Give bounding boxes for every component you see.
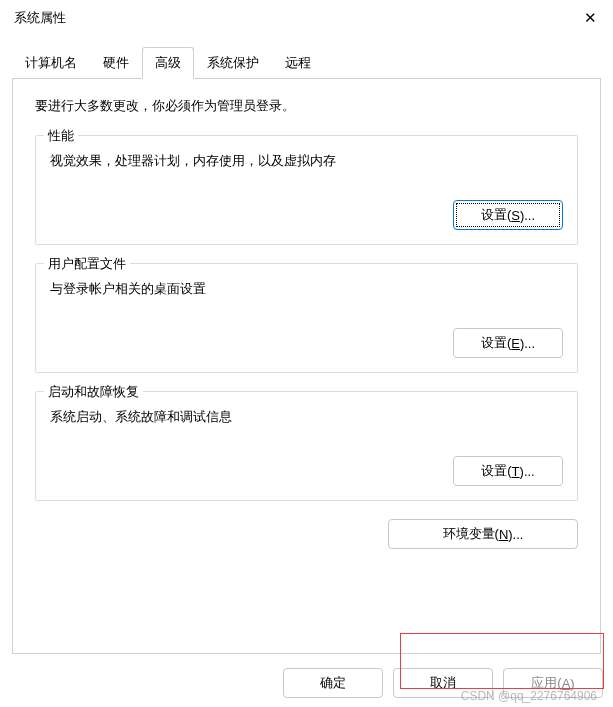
apply-button[interactable]: 应用(A) <box>503 668 603 698</box>
cancel-button[interactable]: 取消 <box>393 668 493 698</box>
tab-computer-name[interactable]: 计算机名 <box>12 47 90 79</box>
user-profiles-group: 用户配置文件 与登录帐户相关的桌面设置 设置(E)... <box>35 263 578 373</box>
startup-recovery-desc: 系统启动、系统故障和调试信息 <box>50 408 563 426</box>
performance-desc: 视觉效果，处理器计划，内存使用，以及虚拟内存 <box>50 152 563 170</box>
environment-variables-button[interactable]: 环境变量(N)... <box>388 519 578 549</box>
tab-advanced[interactable]: 高级 <box>142 47 194 79</box>
admin-notice-text: 要进行大多数更改，你必须作为管理员登录。 <box>35 97 578 115</box>
dialog-footer: 确定 取消 应用(A) <box>0 654 613 707</box>
startup-recovery-group: 启动和故障恢复 系统启动、系统故障和调试信息 设置(T)... <box>35 391 578 501</box>
window-title: 系统属性 <box>14 9 66 27</box>
tab-remote[interactable]: 远程 <box>272 47 324 79</box>
performance-settings-button[interactable]: 设置(S)... <box>453 200 563 230</box>
user-profiles-legend: 用户配置文件 <box>44 255 130 273</box>
user-profiles-settings-button[interactable]: 设置(E)... <box>453 328 563 358</box>
tab-strip: 计算机名 硬件 高级 系统保护 远程 <box>12 46 601 78</box>
tab-area: 计算机名 硬件 高级 系统保护 远程 要进行大多数更改，你必须作为管理员登录。 … <box>0 36 613 654</box>
tab-hardware[interactable]: 硬件 <box>90 47 142 79</box>
close-button[interactable]: ✕ <box>567 0 613 36</box>
close-icon: ✕ <box>584 9 597 27</box>
tab-system-protection[interactable]: 系统保护 <box>194 47 272 79</box>
user-profiles-desc: 与登录帐户相关的桌面设置 <box>50 280 563 298</box>
tab-content-advanced: 要进行大多数更改，你必须作为管理员登录。 性能 视觉效果，处理器计划，内存使用，… <box>12 78 601 654</box>
startup-recovery-legend: 启动和故障恢复 <box>44 383 143 401</box>
performance-legend: 性能 <box>44 127 78 145</box>
titlebar: 系统属性 ✕ <box>0 0 613 36</box>
performance-group: 性能 视觉效果，处理器计划，内存使用，以及虚拟内存 设置(S)... <box>35 135 578 245</box>
startup-recovery-settings-button[interactable]: 设置(T)... <box>453 456 563 486</box>
system-properties-window: 系统属性 ✕ 计算机名 硬件 高级 系统保护 远程 要进行大多数更改，你必须作为… <box>0 0 613 707</box>
ok-button[interactable]: 确定 <box>283 668 383 698</box>
